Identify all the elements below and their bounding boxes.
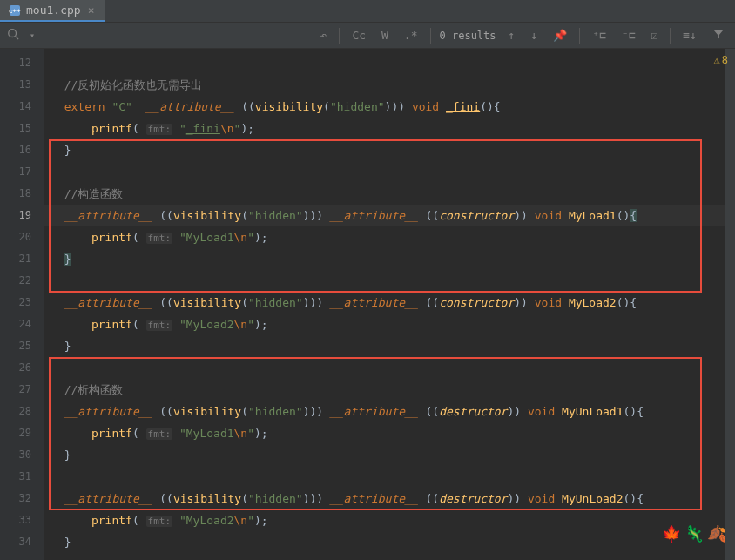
add-selection-icon[interactable]: ⁺⊏ xyxy=(589,27,610,44)
divider xyxy=(670,28,671,44)
down-arrow-icon[interactable]: ↓ xyxy=(527,27,541,44)
line-number[interactable]: 26 xyxy=(0,357,44,379)
code-editor[interactable]: //反初始化函数也无需导出 extern "C" __attribute__ (… xyxy=(44,49,735,560)
svg-point-2 xyxy=(9,30,17,37)
words-button[interactable]: W xyxy=(378,27,392,44)
code-line[interactable] xyxy=(44,357,735,379)
code-line[interactable]: } xyxy=(44,139,735,161)
line-number[interactable]: 21 xyxy=(0,248,44,270)
svg-line-3 xyxy=(16,37,19,40)
search-icon[interactable] xyxy=(7,28,19,43)
tab-filename: mou1.cpp xyxy=(26,3,81,17)
close-icon[interactable]: × xyxy=(86,3,97,17)
code-line[interactable]: printf( fmt: "_fini\n"); xyxy=(44,118,735,139)
line-number[interactable]: 27 xyxy=(0,379,44,401)
line-number[interactable]: 22 xyxy=(0,270,44,292)
code-line[interactable]: printf( fmt: "MyLoad2\n"); xyxy=(44,314,735,335)
code-line[interactable]: } xyxy=(44,248,735,270)
prev-occurrence-icon[interactable]: ↶ xyxy=(317,27,331,44)
warning-icon: ⚠ xyxy=(714,54,720,66)
select-all-icon[interactable]: ☑ xyxy=(648,27,662,44)
line-number[interactable]: 12 xyxy=(0,52,44,74)
code-line[interactable]: //构造函数 xyxy=(44,183,735,205)
svg-text:c++: c++ xyxy=(9,7,21,15)
code-line[interactable]: } xyxy=(44,335,735,357)
regex-button[interactable]: .* xyxy=(401,27,421,44)
code-line[interactable]: __attribute__ ((visibility("hidden"))) _… xyxy=(44,488,735,509)
match-case-button[interactable]: Cc xyxy=(348,27,369,44)
scrollbar[interactable] xyxy=(725,49,735,560)
filter-icon[interactable] xyxy=(709,26,728,44)
results-count: 0 results xyxy=(440,30,496,42)
line-number[interactable]: 15 xyxy=(0,118,44,139)
code-line[interactable]: __attribute__ ((visibility("hidden"))) _… xyxy=(44,401,735,422)
line-number[interactable]: 14 xyxy=(0,96,44,118)
decorative-icons: 🍁 🦎 🍂 xyxy=(662,524,726,543)
line-number[interactable]: 18 xyxy=(0,183,44,205)
code-line[interactable]: //反初始化函数也无需导出 xyxy=(44,74,735,96)
line-number[interactable]: 28 xyxy=(0,401,44,422)
line-number[interactable]: 19 xyxy=(0,205,44,226)
code-line[interactable]: printf( fmt: "MyLoad1\n"); xyxy=(44,422,735,444)
code-line[interactable]: extern "C" __attribute__ ((visibility("h… xyxy=(44,96,735,118)
tab-bar: c++ mou1.cpp × xyxy=(0,0,735,23)
line-number[interactable]: 34 xyxy=(0,531,44,553)
divider xyxy=(579,28,580,44)
warning-count: 8 xyxy=(722,54,728,66)
file-tab[interactable]: c++ mou1.cpp × xyxy=(0,0,105,22)
code-line[interactable]: printf( fmt: "MyLoad1\n"); xyxy=(44,226,735,248)
line-number[interactable]: 16 xyxy=(0,139,44,161)
search-bar: ▾ ↶ Cc W .* 0 results ↑ ↓ 📌 ⁺⊏ ⁻⊏ ☑ ≡↓ xyxy=(0,23,735,49)
code-line[interactable] xyxy=(44,52,735,74)
line-gutter: 12 13 14 15 16 17 18 19 20 21 22 23 24 2… xyxy=(0,49,44,560)
line-number[interactable]: 25 xyxy=(0,335,44,357)
line-number[interactable]: 13 xyxy=(0,74,44,96)
line-number[interactable]: 29 xyxy=(0,422,44,444)
code-line[interactable] xyxy=(44,466,735,488)
divider xyxy=(430,28,431,44)
code-line[interactable]: __attribute__ ((visibility("hidden"))) _… xyxy=(44,292,735,314)
up-arrow-icon[interactable]: ↑ xyxy=(505,27,519,44)
code-line[interactable]: __attribute__ ((visibility("hidden"))) _… xyxy=(44,205,735,226)
warning-badge[interactable]: ⚠ 8 xyxy=(714,54,728,66)
line-number[interactable]: 30 xyxy=(0,444,44,466)
line-number[interactable]: 20 xyxy=(0,226,44,248)
remove-selection-icon[interactable]: ⁻⊏ xyxy=(618,27,639,44)
code-line[interactable] xyxy=(44,161,735,183)
line-number[interactable]: 31 xyxy=(0,466,44,488)
settings-icon[interactable]: ≡↓ xyxy=(679,27,700,44)
editor-area: 12 13 14 15 16 17 18 19 20 21 22 23 24 2… xyxy=(0,49,735,560)
code-line[interactable]: } xyxy=(44,444,735,466)
line-number[interactable]: 32 xyxy=(0,488,44,509)
line-number[interactable]: 23 xyxy=(0,292,44,314)
code-line[interactable]: printf( fmt: "MyLoad2\n"); xyxy=(44,509,735,531)
line-number[interactable]: 24 xyxy=(0,314,44,335)
code-line[interactable]: } xyxy=(44,531,735,553)
code-line[interactable]: //析构函数 xyxy=(44,379,735,401)
line-number[interactable]: 17 xyxy=(0,161,44,183)
search-dropdown-icon[interactable]: ▾ xyxy=(30,30,35,40)
cpp-file-icon: c++ xyxy=(9,4,21,17)
code-line[interactable] xyxy=(44,270,735,292)
divider xyxy=(339,28,340,44)
pin-icon[interactable]: 📌 xyxy=(550,27,570,44)
line-number[interactable]: 33 xyxy=(0,509,44,531)
